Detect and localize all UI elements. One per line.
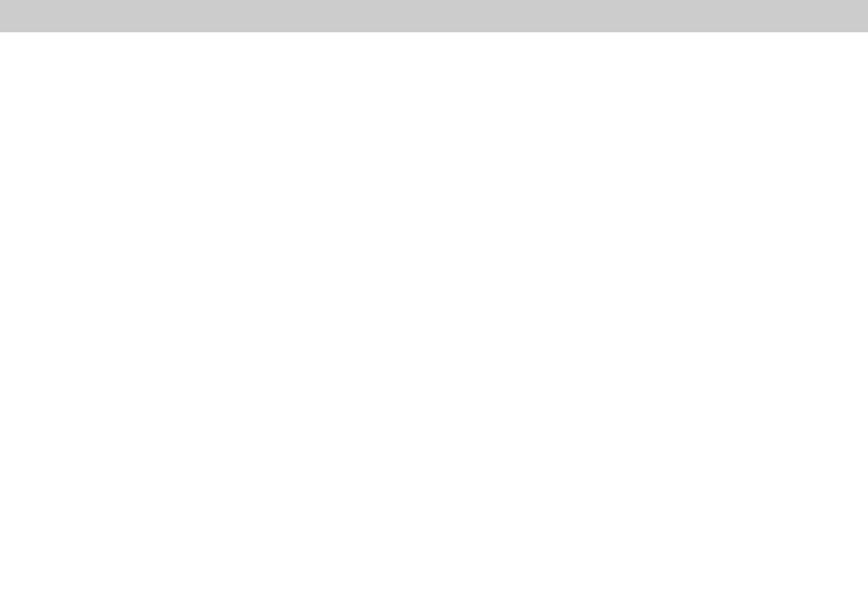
top-bar xyxy=(0,0,868,32)
